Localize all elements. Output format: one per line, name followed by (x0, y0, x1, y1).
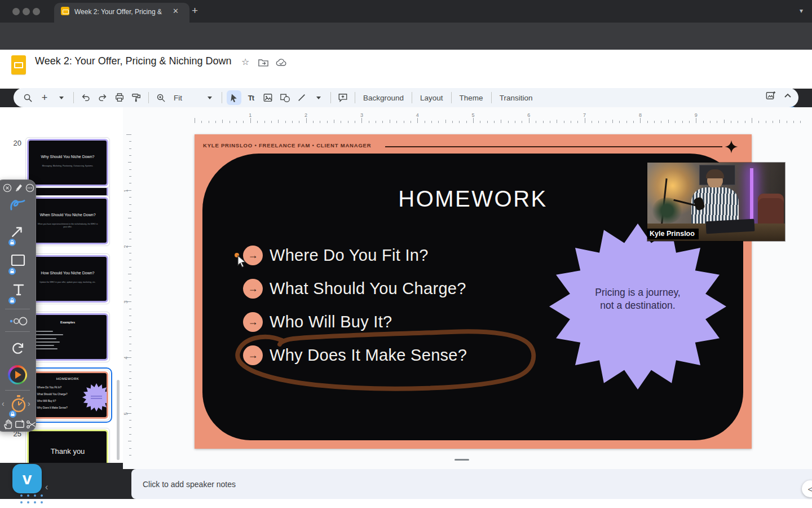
new-slide-caret[interactable] (54, 90, 69, 105)
slide-number: 20 (7, 139, 21, 147)
annotation-divider (5, 331, 30, 332)
drag-dots-handle[interactable] (20, 494, 43, 508)
insert-comment-icon[interactable] (336, 90, 350, 105)
slide-eyebrow-text[interactable]: KYLE PRINSLOO • FREELANCE FAM • CLIENT M… (203, 142, 371, 148)
insert-line-icon[interactable] (294, 90, 309, 105)
move-folder-icon[interactable] (258, 58, 268, 67)
slide-bullet-1[interactable]: →Where Do You Fit In? (243, 245, 429, 265)
annotation-more-icon[interactable] (25, 183, 34, 192)
insert-image-icon[interactable] (261, 90, 275, 105)
search-menus-icon[interactable] (20, 90, 35, 105)
zoom-icon[interactable] (153, 90, 168, 105)
speaker-notes-panel[interactable]: Click to add speaker notes (131, 469, 812, 499)
thumbnail-slide-25[interactable]: Thank you (25, 428, 110, 463)
browser-tabstrip: Week 2: Your Offer, Pricing & ✕ + ▾ (0, 0, 812, 23)
stroke-width-icon[interactable] (8, 314, 28, 328)
laptop (705, 219, 754, 234)
horizontal-ruler: 123456789 (131, 111, 812, 123)
arrow-bullet-icon: → (243, 279, 263, 299)
undo-icon[interactable] (78, 90, 93, 105)
redo-icon[interactable] (95, 90, 110, 105)
annotation-pen-icon[interactable] (14, 183, 24, 192)
starburst-shape[interactable]: Pricing is a journey, not a destination. (549, 223, 727, 390)
vertical-ruler: 12345 (123, 123, 131, 463)
bottom-strip (0, 499, 812, 508)
slides-favicon (61, 7, 69, 15)
app-header: Week 2: Your Offer, Pricing & Niching Do… (0, 50, 812, 89)
webcam-name-label: Kyle Prinsloo (647, 229, 699, 239)
annotation-divider (5, 390, 30, 391)
lock-badge-icon (8, 239, 16, 246)
thumbnail-slide-24[interactable]: HOMEWORKWhere Do You Fit In?What Should … (25, 370, 110, 421)
annotation-divider (5, 309, 30, 309)
slide-bullet-2[interactable]: →What Should You Charge? (243, 279, 466, 299)
tab-close-icon[interactable]: ✕ (173, 7, 179, 15)
arrow-tool-icon[interactable] (10, 224, 25, 239)
insert-shape-icon[interactable] (277, 90, 292, 105)
layout-button[interactable]: Layout (416, 94, 448, 102)
vimeo-collapse-chevron[interactable]: ‹ (45, 482, 48, 492)
star-document-icon[interactable]: ☆ (241, 56, 249, 67)
freehand-draw-tool-icon[interactable] (8, 197, 27, 213)
screen: Week 2: Your Offer, Pricing & ✕ + ▾ ← → … (0, 0, 812, 508)
select-tool-icon[interactable] (227, 90, 241, 105)
cloud-status-icon[interactable] (276, 58, 287, 67)
lock-badge-icon (9, 410, 16, 418)
starburst-text[interactable]: Pricing is a journey, not a destination. (549, 286, 727, 312)
hide-menus-chevron-icon[interactable] (784, 92, 792, 100)
window-close-button[interactable] (12, 8, 20, 15)
text-box-icon[interactable]: Tt (244, 90, 258, 105)
notes-resize-handle[interactable] (454, 459, 469, 461)
insert-line-caret[interactable] (311, 90, 326, 105)
zoom-caret[interactable] (202, 90, 217, 105)
prev-chevron-icon[interactable]: ‹ (2, 399, 5, 408)
bullet-text[interactable]: What Should You Charge? (270, 279, 466, 298)
slide-preview-icon[interactable] (765, 90, 776, 101)
thumbnail-slide-22[interactable]: How Should You Niche Down?Update the WHO… (25, 253, 110, 304)
background-button[interactable]: Background (359, 94, 408, 102)
lock-badge-icon (8, 268, 16, 275)
rectangle-tool-icon[interactable] (11, 253, 25, 267)
transition-button[interactable]: Transition (495, 94, 537, 102)
slide-sparkle-icon[interactable] (725, 140, 738, 154)
slide-eyebrow-line (385, 146, 722, 147)
annotation-toolbar: ‹ › (0, 179, 36, 432)
pen-annotation-circle (226, 313, 547, 398)
bullet-text[interactable]: Where Do You Fit In? (270, 246, 429, 265)
screenshot-region-icon[interactable] (15, 419, 25, 429)
slides-logo[interactable] (11, 55, 26, 75)
theme-button[interactable]: Theme (455, 94, 488, 102)
document-title[interactable]: Week 2: Your Offer, Pricing & Niching Do… (35, 55, 232, 67)
play-record-button[interactable] (8, 365, 27, 384)
thumbnail-slide-23[interactable]: Examples (25, 312, 110, 362)
zoom-select[interactable]: Fit (169, 94, 187, 102)
tab-search-icon[interactable]: ▾ (800, 7, 803, 15)
window-zoom-button[interactable] (33, 8, 40, 15)
annotation-close-icon[interactable] (3, 183, 12, 192)
mouse-cursor (237, 255, 249, 269)
new-slide-button[interactable]: + (37, 90, 52, 105)
refresh-tool-icon[interactable] (10, 340, 26, 356)
hand-pan-tool-icon[interactable] (3, 419, 14, 430)
filmstrip-scrollbar[interactable] (117, 380, 120, 460)
webcam-overlay[interactable]: Kyle Prinsloo (647, 163, 785, 241)
next-chevron-icon[interactable]: › (28, 399, 30, 408)
thumbnail-slide-20[interactable]: Why Should You Niche Down?Messaging, Mar… (25, 137, 110, 188)
browser-urlbar: ← → docs.google.com/presentation/d/1_bhB… (0, 23, 812, 50)
paint-format-icon[interactable] (129, 90, 144, 105)
vimeo-record-button[interactable]: v (12, 464, 42, 493)
toolbar: + Fit Tt BackgroundLayoutThemeTransition (14, 88, 798, 107)
text-tool-icon[interactable] (12, 283, 25, 296)
lock-badge-icon (8, 297, 16, 304)
window-minimize-button[interactable] (23, 8, 30, 15)
new-tab-button[interactable]: + (192, 5, 198, 17)
print-icon[interactable] (112, 90, 127, 105)
scissors-tool-icon[interactable] (26, 419, 37, 430)
tab-title: Week 2: Your Offer, Pricing & (74, 8, 165, 16)
speaker-notes-placeholder[interactable]: Click to add speaker notes (143, 480, 236, 489)
thumbnail-slide-21[interactable]: When Should You Niche Down?When you have… (25, 195, 110, 246)
